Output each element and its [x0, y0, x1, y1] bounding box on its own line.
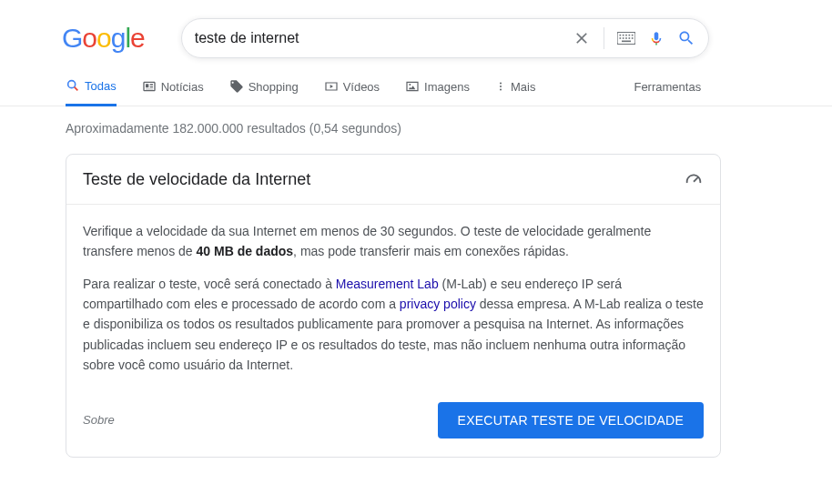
tab-shopping[interactable]: Shopping [229, 79, 299, 105]
search-bar [181, 18, 709, 58]
tools-button[interactable]: Ferramentas [634, 80, 701, 105]
tab-label: Mais [511, 80, 535, 94]
voice-search-icon[interactable] [648, 27, 665, 49]
tab-label: Shopping [249, 80, 299, 94]
about-link[interactable]: Sobre [83, 413, 115, 427]
tab-label: Todas [85, 79, 117, 93]
tab-more[interactable]: Mais [495, 79, 535, 105]
keyboard-icon[interactable] [617, 32, 635, 45]
svg-rect-11 [622, 41, 631, 43]
result-stats: Aproximadamente 182.000.000 resultados (… [0, 106, 832, 136]
card-paragraph-1: Verifique a velocidade da sua Internet e… [83, 221, 704, 261]
svg-rect-4 [628, 35, 630, 36]
measurement-lab-link[interactable]: Measurement Lab [336, 277, 439, 291]
clear-icon[interactable] [573, 29, 591, 47]
shopping-icon [229, 79, 244, 94]
svg-point-12 [409, 84, 411, 86]
svg-point-13 [500, 83, 502, 85]
svg-point-14 [500, 86, 502, 87]
svg-rect-8 [625, 37, 627, 39]
tab-videos[interactable]: Vídeos [324, 79, 380, 105]
tab-news[interactable]: Notícias [142, 79, 204, 105]
svg-rect-7 [623, 37, 624, 39]
search-tabs: Todas Notícias Shopping Vídeos Imagens M… [0, 78, 832, 106]
tab-label: Vídeos [343, 80, 380, 94]
card-title: Teste de velocidade da Internet [83, 170, 310, 189]
speed-test-card: Teste de velocidade da Internet Verifiqu… [66, 154, 721, 458]
tab-all[interactable]: Todas [66, 78, 117, 106]
google-logo[interactable]: Google [62, 23, 145, 54]
more-icon [495, 79, 506, 94]
svg-rect-2 [623, 35, 624, 36]
tab-label: Notícias [161, 80, 204, 94]
image-icon [405, 79, 420, 94]
svg-rect-9 [628, 37, 630, 39]
svg-point-15 [500, 89, 502, 91]
search-icon[interactable] [677, 29, 695, 47]
tab-label: Imagens [424, 80, 470, 94]
svg-rect-6 [619, 37, 621, 39]
privacy-policy-link[interactable]: privacy policy [400, 297, 476, 311]
search-input[interactable] [195, 30, 573, 46]
run-speed-test-button[interactable]: EXECUTAR TESTE DE VELOCIDADE [438, 402, 704, 438]
divider [604, 27, 604, 49]
news-icon [142, 79, 157, 94]
card-paragraph-2: Para realizar o teste, você será conecta… [83, 274, 704, 375]
svg-rect-3 [625, 35, 627, 36]
svg-rect-10 [632, 37, 634, 39]
svg-rect-1 [619, 35, 621, 36]
tab-images[interactable]: Imagens [405, 79, 470, 105]
svg-rect-5 [632, 35, 634, 36]
search-small-icon [66, 78, 80, 93]
video-icon [324, 79, 339, 94]
speed-icon [684, 169, 704, 189]
